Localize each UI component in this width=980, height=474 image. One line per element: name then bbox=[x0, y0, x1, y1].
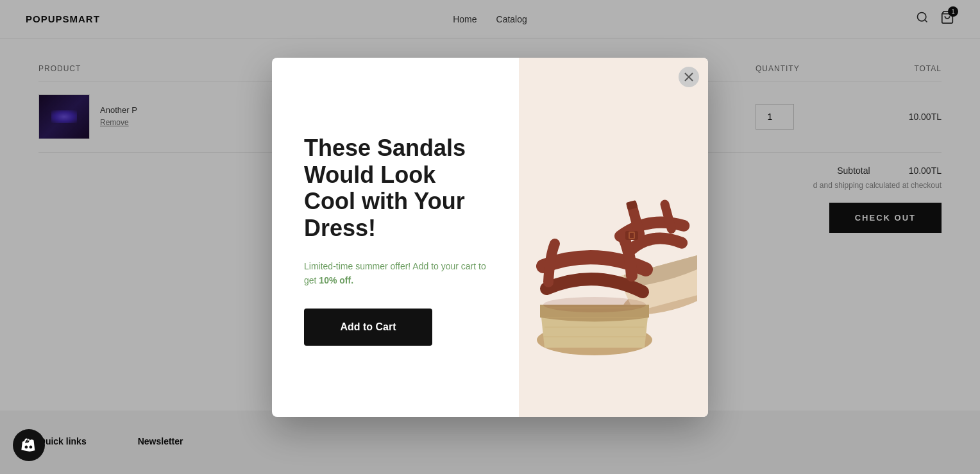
popup-subtext-highlight: 10% off. bbox=[319, 275, 353, 285]
popup-right-panel bbox=[519, 58, 708, 417]
popup-subtext: Limited-time summer offer! Add to your c… bbox=[304, 259, 493, 288]
add-to-cart-button[interactable]: Add to Cart bbox=[304, 309, 432, 346]
shopify-badge[interactable] bbox=[13, 429, 45, 461]
popup-left-panel: These Sandals Would Look Cool with Your … bbox=[272, 58, 519, 417]
popup-modal: These Sandals Would Look Cool with Your … bbox=[272, 58, 708, 417]
close-button[interactable] bbox=[679, 67, 699, 87]
sandal-image bbox=[519, 58, 708, 417]
overlay-backdrop: These Sandals Would Look Cool with Your … bbox=[0, 0, 980, 474]
popup-heading: These Sandals Would Look Cool with Your … bbox=[304, 135, 493, 241]
svg-point-14 bbox=[543, 297, 646, 312]
